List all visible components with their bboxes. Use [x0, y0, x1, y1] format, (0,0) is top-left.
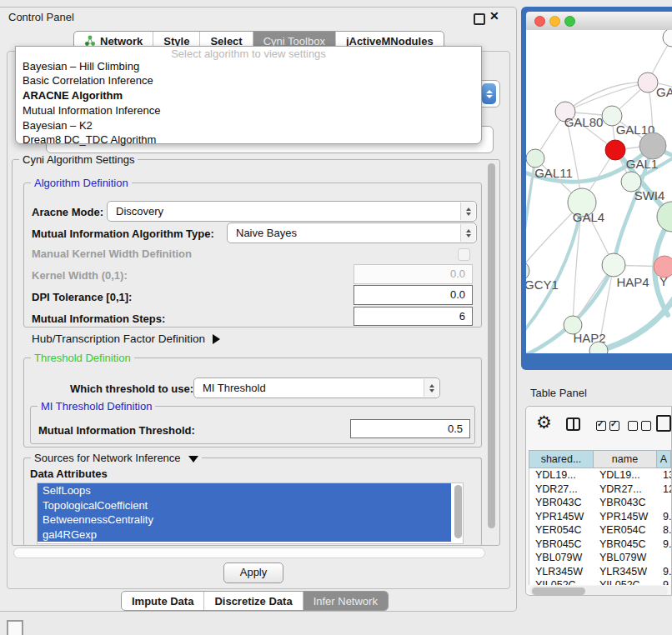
cell-name: YBR043C: [594, 496, 657, 510]
cell-shared-name: YDR27...: [529, 482, 594, 497]
tab-discretize-data[interactable]: Discretize Data: [204, 592, 303, 610]
data-attributes-list: SelfLoops TopologicalCoefficient Between…: [37, 482, 464, 544]
kernel-width-label: Kernel Width (0,1):: [32, 269, 128, 282]
data-attributes-label: Data Attributes: [30, 468, 108, 480]
cell-shared-name: YDL19...: [529, 468, 594, 482]
settings-scrollbar[interactable]: [486, 161, 497, 544]
table-row[interactable]: YLR345W YLR345W 9.: [529, 565, 671, 579]
algorithm-option[interactable]: Dream8 DC_TDC Algorithm: [16, 133, 481, 148]
aracne-mode-select[interactable]: Discovery: [107, 201, 477, 222]
window-close-icon[interactable]: [534, 16, 545, 27]
manual-kernel-checkbox[interactable]: [458, 248, 470, 261]
table-row[interactable]: YPR145W YPR145W 9.: [529, 510, 671, 524]
algorithm-option[interactable]: Mutual Information Inference: [16, 103, 481, 118]
minimized-panel-icon[interactable]: [7, 620, 23, 635]
list-scrollbar-thumb[interactable]: [454, 485, 462, 538]
apply-button[interactable]: Apply: [223, 562, 283, 583]
network-node[interactable]: [639, 132, 666, 159]
cell-value: [657, 551, 671, 565]
node-label: GAL: [656, 85, 672, 99]
algorithm-option[interactable]: Basic Correlation Inference: [16, 74, 481, 89]
table-row[interactable]: YBR045C YBR045C 9.: [529, 538, 671, 552]
close-icon[interactable]: ✕: [489, 9, 499, 22]
table-row[interactable]: YER054C YER054C 8.: [529, 523, 671, 538]
network-node-hap4[interactable]: [602, 253, 625, 277]
stepper-icon: [424, 379, 439, 397]
column-header-name[interactable]: name: [593, 450, 656, 468]
gear-icon[interactable]: ⚙: [536, 413, 552, 432]
cell-value: 9: [657, 578, 671, 585]
selected-value: Discovery: [116, 205, 163, 218]
node-label: GCY1: [526, 278, 559, 292]
mi-steps-field[interactable]: 6: [354, 307, 473, 326]
group-title: Threshold Definition: [31, 352, 134, 364]
column-header-shared-name[interactable]: shared...: [529, 450, 593, 468]
attribute-item-selected[interactable]: TopologicalCoefficient: [38, 498, 451, 513]
cell-name: YDR27...: [594, 482, 657, 497]
window-titlebar[interactable]: [526, 12, 672, 31]
node-label: GAL4: [573, 210, 604, 224]
attribute-item-selected[interactable]: SelfLoops: [38, 483, 451, 498]
which-threshold-select[interactable]: MI Threshold: [193, 378, 440, 398]
network-node-gal11[interactable]: [526, 149, 544, 168]
cell-shared-name: YBR043C: [529, 496, 594, 510]
expand-arrow-icon: [213, 334, 220, 344]
table-row[interactable]: YBR043C YBR043C: [529, 496, 671, 510]
network-graph: GALGAL80GAL10GAL1GAL11SWI4GAL4HAP4YGCY1H…: [526, 30, 672, 353]
mi-type-select[interactable]: Naive Bayes: [227, 222, 477, 243]
network-view-window[interactable]: GALGAL80GAL10GAL1GAL11SWI4GAL4HAP4YGCY1H…: [521, 7, 672, 370]
kernel-width-field[interactable]: 0.0: [354, 264, 473, 284]
tab-label: Impute Data: [132, 595, 193, 608]
tab-infer-network[interactable]: Infer Network: [303, 592, 388, 610]
cell-value: 12: [657, 482, 671, 497]
window-zoom-icon[interactable]: [564, 16, 575, 27]
window-minimize-icon[interactable]: [549, 16, 560, 27]
cell-value: [657, 496, 671, 510]
algorithm-option[interactable]: Bayesian – Hill Climbing: [16, 59, 481, 74]
mi-threshold-field[interactable]: 0.5: [350, 419, 470, 438]
deselect-all-icon[interactable]: [628, 421, 651, 431]
group-title: Sources for Network Inference: [31, 452, 202, 464]
network-canvas[interactable]: GALGAL80GAL10GAL1GAL11SWI4GAL4HAP4YGCY1H…: [526, 30, 672, 353]
hub-definition-expander[interactable]: Hub/Transcription Factor Definition: [32, 332, 220, 345]
algorithm-option[interactable]: Bayesian – K2: [16, 118, 481, 133]
float-panel-icon[interactable]: [474, 13, 485, 25]
stepper-icon: [460, 202, 475, 220]
cell-name: YBR045C: [594, 538, 657, 552]
attribute-item-selected[interactable]: BetweennessCentrality: [38, 512, 451, 528]
manual-kernel-label: Manual Kernel Width Definition: [32, 248, 192, 260]
cell-name: YIL052C: [594, 578, 657, 585]
cell-value: 9.: [657, 510, 671, 524]
document-icon[interactable]: [656, 415, 671, 432]
table-row[interactable]: YIL052C YIL052C 9: [529, 578, 671, 585]
table-row[interactable]: YDL19... YDL19... 13: [529, 468, 671, 482]
algorithm-option[interactable]: ARACNE Algorithm: [16, 89, 481, 104]
network-node-gal1[interactable]: [605, 140, 625, 160]
node-label: SWI4: [634, 188, 665, 202]
cell-shared-name: YBL079W: [529, 551, 594, 565]
combobox-stepper-icon[interactable]: [482, 83, 496, 104]
unchecked-box-icon: [641, 421, 651, 431]
collapse-arrow-icon[interactable]: [188, 456, 198, 462]
cyni-bottom-tabs: Impute Data Discretize Data Infer Networ…: [121, 591, 389, 611]
panel-title: Control Panel: [8, 11, 74, 23]
settings-horizontal-scrollbar[interactable]: [13, 548, 485, 558]
columns-icon[interactable]: [566, 418, 580, 431]
attribute-item-selected[interactable]: gal4RGexp: [38, 528, 451, 542]
table-row[interactable]: YBL079W YBL079W: [529, 551, 671, 565]
table-row[interactable]: YDR27... YDR27... 12: [529, 482, 671, 497]
table-horizontal-scrollbar[interactable]: [529, 586, 668, 596]
mi-steps-label: Mutual Information Steps:: [32, 312, 165, 325]
tab-impute-data[interactable]: Impute Data: [122, 592, 204, 610]
network-node[interactable]: [663, 30, 672, 47]
select-all-icon[interactable]: [596, 421, 619, 431]
cell-shared-name: YBR045C: [529, 538, 594, 552]
column-header-cut[interactable]: A: [656, 450, 671, 468]
settings-scrollbar-thumb[interactable]: [488, 163, 495, 528]
network-node-gal[interactable]: [638, 72, 658, 92]
popup-placeholder: Select algorithm to view settings: [16, 48, 481, 60]
dpi-tolerance-field[interactable]: 0.0: [354, 285, 473, 305]
cell-name: YBL079W: [594, 551, 657, 565]
group-title: Cyni Algorithm Settings: [19, 153, 138, 166]
table-scrollbar-thumb[interactable]: [532, 588, 585, 595]
